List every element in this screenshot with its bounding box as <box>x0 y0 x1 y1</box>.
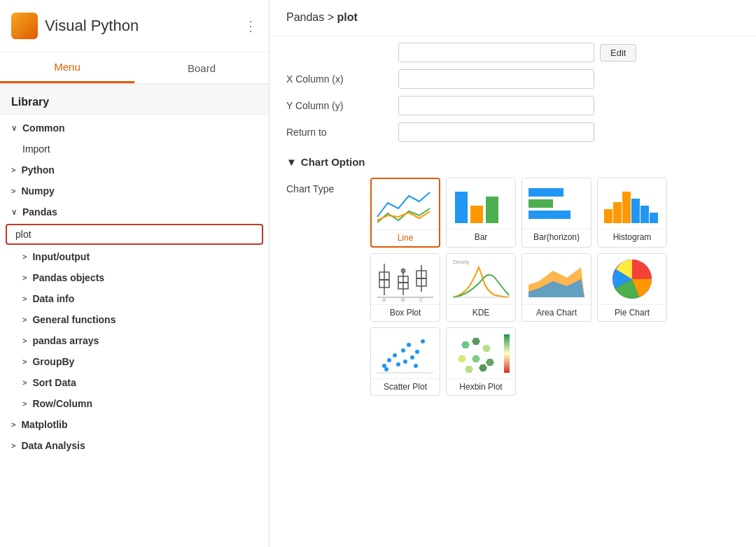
tab-bar: Menu Board <box>0 52 269 85</box>
form-row-returnto: Return to <box>286 122 739 142</box>
svg-point-36 <box>407 343 411 347</box>
sidebar-item-dataanalysis[interactable]: > Data Analysis <box>0 435 269 456</box>
form-row-top: Edit <box>286 43 739 62</box>
form-row-xcol: X Column (x) <box>286 69 739 89</box>
tab-board[interactable]: Board <box>134 52 269 83</box>
svg-marker-51 <box>465 366 473 373</box>
chart-type-section: Chart Type Line <box>286 178 739 396</box>
barhorizon-label: Bar(horizon) <box>522 229 591 246</box>
sidebar-item-groupby[interactable]: > GroupBy <box>0 351 269 372</box>
sidebar-item-pandas[interactable]: ∨ Pandas <box>0 201 269 222</box>
svg-marker-52 <box>479 364 487 371</box>
sidebar-item-import[interactable]: Import <box>0 138 269 159</box>
chart-option-header: ▼ Chart Option <box>286 156 739 168</box>
boxplot-chart-icon: A B C <box>374 257 437 302</box>
svg-rect-2 <box>486 197 498 223</box>
chevron-right-icon: > <box>22 399 27 408</box>
barhorizon-chart-icon <box>525 181 588 227</box>
kde-label: KDE <box>447 304 515 321</box>
svg-point-39 <box>421 339 425 343</box>
sidebar-item-python[interactable]: > Python <box>0 159 269 180</box>
chart-card-histogram[interactable]: Histogram <box>597 178 667 248</box>
left-panel: Visual Python ⋮ Menu Board Library ∨ Com… <box>0 0 270 547</box>
chevron-right-icon: > <box>11 441 15 450</box>
kde-chart-icon: Density <box>449 257 512 302</box>
sidebar-item-matplotlib[interactable]: > Matplotlib <box>0 414 269 435</box>
top-input[interactable] <box>398 43 594 62</box>
svg-rect-5 <box>528 211 570 219</box>
bar-label: Bar <box>447 229 515 246</box>
svg-rect-10 <box>640 206 649 223</box>
svg-marker-50 <box>486 359 494 366</box>
chevron-right-icon: > <box>22 336 27 345</box>
sidebar-item-common[interactable]: ∨ Common <box>0 118 269 138</box>
chart-card-piechart[interactable]: Pie Chart <box>597 253 667 322</box>
xcol-input[interactable] <box>398 69 594 89</box>
svg-marker-45 <box>461 341 470 348</box>
tab-menu[interactable]: Menu <box>0 52 134 83</box>
svg-rect-8 <box>622 192 631 223</box>
svg-rect-44 <box>504 334 510 373</box>
hexbinplot-label: Hexbin Plot <box>447 378 515 395</box>
svg-rect-6 <box>604 209 612 223</box>
returnto-input[interactable] <box>398 122 594 142</box>
app-logo-wrap: Visual Python <box>11 13 139 39</box>
sidebar-item-pandasobj[interactable]: > Pandas objects <box>0 267 269 288</box>
chart-card-bar[interactable]: Bar <box>446 178 516 248</box>
svg-point-33 <box>393 353 397 357</box>
svg-point-32 <box>387 358 391 362</box>
sidebar-item-inputoutput[interactable]: > Input/output <box>0 246 269 267</box>
ycol-input[interactable] <box>398 96 594 115</box>
histogram-chart-icon <box>601 181 664 227</box>
chart-type-label: Chart Type <box>286 178 370 194</box>
svg-rect-3 <box>528 188 564 197</box>
chevron-right-icon: > <box>22 357 27 366</box>
more-options-icon[interactable]: ⋮ <box>244 17 258 34</box>
chevron-down-icon: ∨ <box>11 208 17 217</box>
edit-button[interactable]: Edit <box>600 44 636 62</box>
piechart-label: Pie Chart <box>598 304 666 321</box>
chart-card-hexbinplot[interactable]: Hexbin Plot <box>446 327 516 396</box>
sidebar-item-sortdata[interactable]: > Sort Data <box>0 372 269 393</box>
sidebar-item-datainfo[interactable]: > Data info <box>0 288 269 309</box>
sidebar-item-plot[interactable]: plot <box>6 224 263 245</box>
scatterplot-label: Scatter Plot <box>371 378 440 395</box>
svg-marker-49 <box>472 355 480 362</box>
sidebar-item-rowcol[interactable]: > Row/Column <box>0 393 269 414</box>
chart-card-line[interactable]: Line <box>370 178 440 248</box>
piechart-icon <box>601 257 664 302</box>
svg-text:C: C <box>419 297 424 302</box>
svg-marker-48 <box>458 355 466 362</box>
svg-point-34 <box>396 362 400 367</box>
svg-rect-4 <box>528 199 553 208</box>
svg-point-37 <box>410 355 414 360</box>
areachart-label: Area Chart <box>522 304 591 321</box>
app-header: Visual Python ⋮ <box>0 0 269 52</box>
svg-point-38 <box>415 350 419 354</box>
form-section: Edit X Column (x) Y Column (y) Return to <box>270 36 756 149</box>
chevron-right-icon: > <box>22 315 27 324</box>
svg-rect-9 <box>631 199 640 223</box>
chevron-right-icon: > <box>11 187 15 195</box>
returnto-label: Return to <box>286 127 398 138</box>
chart-card-kde[interactable]: Density KDE <box>446 253 516 322</box>
sidebar-item-numpy[interactable]: > Numpy <box>0 180 269 201</box>
line-label: Line <box>372 229 439 246</box>
breadcrumb: Pandas > plot <box>270 0 756 36</box>
svg-point-40 <box>384 367 388 371</box>
svg-point-35 <box>401 348 405 353</box>
svg-text:A: A <box>382 297 386 302</box>
svg-point-41 <box>403 360 407 364</box>
svg-marker-47 <box>482 345 491 352</box>
chart-card-barhorizon[interactable]: Bar(horizon) <box>522 178 592 248</box>
app-title: Visual Python <box>45 17 139 35</box>
bar-chart-icon <box>449 181 512 227</box>
chart-card-scatterplot[interactable]: Scatter Plot <box>370 327 440 396</box>
form-row-ycol: Y Column (y) <box>286 96 739 115</box>
chart-card-areachart[interactable]: Area Chart <box>522 253 592 322</box>
histogram-label: Histogram <box>598 229 666 246</box>
chart-card-boxplot[interactable]: A B C Box Plot <box>370 253 440 322</box>
sidebar-item-generalfn[interactable]: > General functions <box>0 309 269 330</box>
chevron-right-icon: > <box>11 420 15 429</box>
sidebar-item-pandasarr[interactable]: > pandas arrays <box>0 330 269 351</box>
